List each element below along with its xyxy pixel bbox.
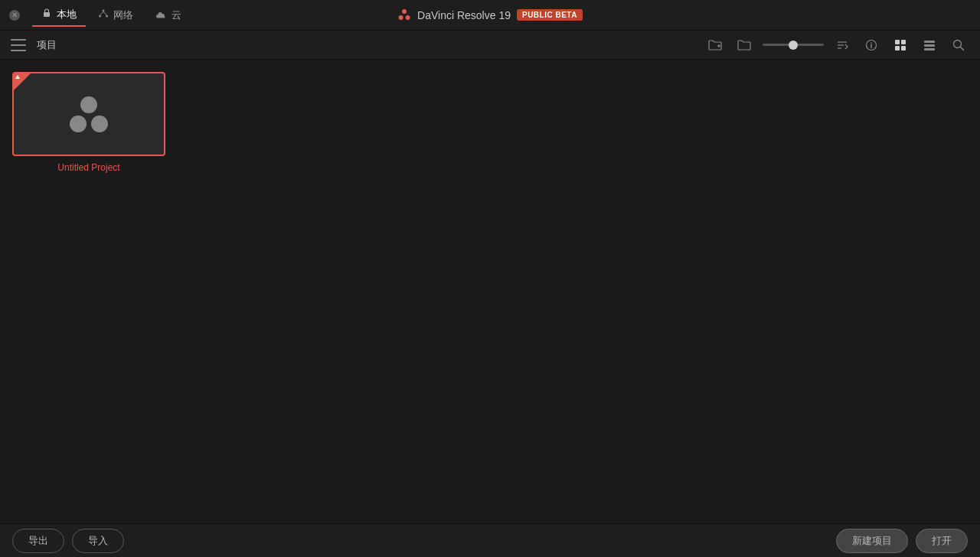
resolve-icon-right-circle bbox=[91, 116, 108, 132]
svg-line-5 bbox=[103, 12, 107, 15]
project-thumbnail bbox=[12, 72, 165, 156]
cloud-icon bbox=[155, 9, 167, 21]
tab-cloud[interactable]: 云 bbox=[145, 5, 191, 26]
svg-rect-23 bbox=[924, 48, 935, 50]
app-logo bbox=[397, 8, 411, 22]
svg-line-4 bbox=[100, 12, 104, 15]
search-button[interactable] bbox=[948, 34, 969, 56]
new-project-button[interactable]: 新建项目 bbox=[836, 529, 908, 553]
folder2-button[interactable] bbox=[733, 34, 755, 56]
app-name-text: DaVinci Resolve 19 bbox=[417, 9, 511, 21]
svg-point-8 bbox=[406, 15, 410, 20]
svg-rect-22 bbox=[924, 44, 935, 47]
svg-rect-21 bbox=[924, 41, 935, 43]
tab-cloud-label: 云 bbox=[172, 8, 181, 22]
corner-flag bbox=[14, 73, 31, 90]
tab-network[interactable]: 网络 bbox=[89, 5, 142, 26]
local-icon bbox=[41, 8, 52, 21]
bottom-bar: 导出 导入 新建项目 打开 bbox=[0, 523, 980, 557]
svg-rect-0 bbox=[44, 12, 50, 17]
svg-rect-19 bbox=[895, 46, 900, 50]
sidebar-toggle[interactable] bbox=[11, 39, 26, 51]
svg-rect-17 bbox=[895, 40, 900, 44]
size-slider[interactable] bbox=[763, 44, 824, 46]
tab-local[interactable]: 本地 bbox=[32, 4, 86, 27]
svg-line-25 bbox=[961, 47, 964, 50]
toolbar-right bbox=[704, 34, 969, 56]
title-bar: ✕ 本地 网络 bbox=[0, 0, 980, 31]
close-button[interactable]: ✕ bbox=[9, 10, 20, 21]
toolbar: 项目 bbox=[0, 31, 980, 60]
info-button[interactable] bbox=[861, 34, 882, 56]
svg-rect-20 bbox=[901, 46, 906, 50]
svg-point-3 bbox=[106, 15, 108, 18]
svg-point-2 bbox=[99, 15, 101, 18]
export-button[interactable]: 导出 bbox=[12, 529, 64, 553]
size-slider-container bbox=[763, 44, 824, 46]
tab-network-label: 网络 bbox=[113, 8, 133, 22]
project-name: Untitled Project bbox=[57, 162, 119, 173]
svg-point-16 bbox=[871, 42, 872, 44]
project-card[interactable]: Untitled Project bbox=[12, 72, 165, 173]
list-view-button[interactable] bbox=[919, 34, 940, 56]
toolbar-title: 项目 bbox=[37, 38, 57, 52]
svg-point-6 bbox=[402, 9, 407, 14]
folder-button[interactable] bbox=[704, 34, 726, 56]
nav-tabs: 本地 网络 云 bbox=[32, 4, 191, 27]
grid-view-button[interactable] bbox=[890, 34, 911, 56]
beta-badge: PUBLIC BETA bbox=[517, 9, 583, 21]
sort-button[interactable] bbox=[831, 34, 853, 56]
resolve-icon-left-circle bbox=[70, 116, 87, 132]
tab-local-label: 本地 bbox=[57, 8, 77, 21]
resolve-icon bbox=[70, 96, 108, 132]
open-button[interactable]: 打开 bbox=[916, 529, 968, 553]
import-button[interactable]: 导入 bbox=[72, 529, 124, 553]
bottom-left-actions: 导出 导入 bbox=[12, 529, 124, 553]
svg-rect-18 bbox=[901, 40, 906, 44]
resolve-icon-bottom-circles bbox=[70, 116, 108, 132]
app-title: DaVinci Resolve 19 PUBLIC BETA bbox=[397, 8, 583, 22]
resolve-icon-top-circle bbox=[80, 96, 97, 113]
main-content: Untitled Project bbox=[0, 60, 980, 523]
network-icon bbox=[98, 8, 109, 21]
svg-point-1 bbox=[103, 10, 105, 12]
bottom-right-actions: 新建项目 打开 bbox=[836, 529, 968, 553]
svg-point-7 bbox=[399, 15, 403, 20]
